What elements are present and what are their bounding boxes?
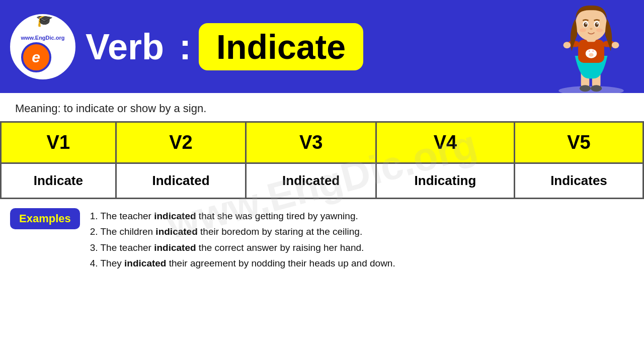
header: 🎓 www.EngDic.org e Verb : Indicate bbox=[0, 0, 644, 93]
logo-top-text: www.EngDic.org bbox=[21, 35, 65, 41]
col-v3: V3 bbox=[246, 122, 376, 163]
cell-v3: Indicated bbox=[246, 163, 376, 199]
svg-point-9 bbox=[589, 50, 590, 52]
svg-point-10 bbox=[592, 50, 594, 52]
svg-point-20 bbox=[584, 22, 587, 27]
svg-point-14 bbox=[564, 42, 571, 48]
svg-point-25 bbox=[580, 28, 586, 32]
example-4: 4. They indicated their agreement by nod… bbox=[90, 255, 395, 271]
example-1: 1. The teacher indicated that she was ge… bbox=[90, 208, 395, 224]
examples-badge-label: Examples bbox=[19, 212, 71, 225]
cell-v1: Indicate bbox=[1, 163, 116, 199]
svg-point-4 bbox=[591, 85, 602, 92]
svg-point-23 bbox=[597, 23, 598, 25]
examples-badge: Examples bbox=[10, 208, 80, 229]
girl-svg bbox=[551, 0, 631, 93]
svg-point-11 bbox=[589, 53, 593, 56]
cell-v5: Indicates bbox=[514, 163, 643, 199]
verb-label: Verb bbox=[86, 26, 164, 67]
col-v5: V5 bbox=[514, 122, 643, 163]
meaning-text: Meaning: to indicate or show by a sign. bbox=[15, 102, 206, 115]
col-v1: V1 bbox=[1, 122, 116, 163]
main-content: www.EngDic.org Meaning: to indicate or s… bbox=[0, 93, 644, 276]
verb-table: V1 V2 V3 V4 V5 Indicate Indicated Indica… bbox=[0, 121, 644, 199]
col-v4: V4 bbox=[376, 122, 515, 163]
logo-e-letter: e bbox=[32, 49, 40, 66]
col-v2: V2 bbox=[116, 122, 246, 163]
bold-3: indicated bbox=[154, 242, 196, 253]
meaning-section: Meaning: to indicate or show by a sign. bbox=[0, 93, 644, 121]
examples-section: Examples 1. The teacher indicated that s… bbox=[0, 199, 644, 276]
colon: : bbox=[169, 26, 191, 67]
svg-point-24 bbox=[590, 28, 593, 30]
logo-e-circle: e bbox=[21, 42, 51, 72]
example-2: 2. The children indicated their boredom … bbox=[90, 224, 395, 239]
svg-point-21 bbox=[595, 22, 598, 27]
table-row: Indicate Indicated Indicated Indicating … bbox=[1, 163, 643, 199]
svg-point-26 bbox=[596, 28, 603, 32]
svg-point-15 bbox=[612, 42, 619, 48]
main-word: Indicate bbox=[216, 27, 346, 66]
header-title: Verb : Indicate bbox=[75, 23, 548, 70]
cell-v4: Indicating bbox=[376, 163, 515, 199]
logo: 🎓 www.EngDic.org e bbox=[10, 14, 75, 79]
bold-2: indicated bbox=[155, 226, 197, 237]
example-3: 3. The teacher indicated the correct ans… bbox=[90, 240, 395, 255]
svg-point-22 bbox=[585, 23, 587, 25]
examples-list: 1. The teacher indicated that she was ge… bbox=[90, 208, 395, 271]
cell-v2: Indicated bbox=[116, 163, 246, 199]
bold-4: indicated bbox=[124, 258, 166, 268]
girl-illustration bbox=[548, 0, 634, 93]
table-header-row: V1 V2 V3 V4 V5 bbox=[1, 122, 643, 163]
word-badge: Indicate bbox=[199, 23, 363, 70]
svg-point-3 bbox=[580, 85, 591, 92]
bold-1: indicated bbox=[154, 211, 196, 221]
